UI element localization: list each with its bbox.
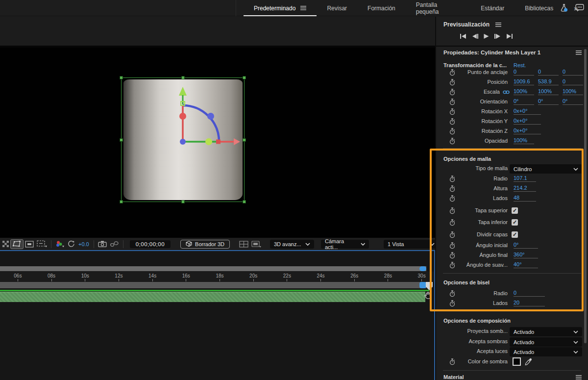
mesh-section-header[interactable]: Opciones de malla — [443, 156, 491, 162]
snapshot-camera-icon[interactable] — [97, 239, 108, 249]
crop-region-icon[interactable] — [35, 239, 49, 249]
view-count-dropdown[interactable]: 1 Vista — [384, 240, 439, 249]
value-field[interactable]: 0° — [514, 242, 538, 249]
view-layout-icon[interactable] — [238, 239, 250, 249]
workspace-tab-bibliotecas[interactable]: Bibliotecas — [514, 0, 564, 16]
casts-shadows-dropdown[interactable]: Activado — [510, 327, 582, 336]
exposure-icon[interactable] — [66, 239, 76, 249]
value-field[interactable]: 20 — [514, 300, 545, 306]
workspace-tab-predeterminado[interactable]: Predeterminado — [244, 0, 317, 16]
value-field[interactable]: 0 — [514, 290, 545, 297]
transform-section-header[interactable]: Transformación de la c... — [443, 62, 507, 68]
value-field[interactable]: 100% — [563, 88, 583, 95]
value-field[interactable]: 0 — [563, 78, 583, 85]
bottom-cap-checkbox[interactable] — [512, 219, 518, 226]
property-row-top-cap: Tapa superior — [436, 206, 588, 215]
value-field[interactable]: 0 — [563, 69, 583, 76]
material-menu-icon[interactable] — [576, 375, 582, 380]
property-row-start-angle: Ángulo inicial 0° — [436, 241, 588, 250]
properties-scrollbar[interactable] — [584, 49, 587, 343]
workspace-tab-revisar[interactable]: Revisar — [317, 0, 357, 16]
timeline-panel[interactable]: 06s 08s 10s 12s 14s 16s 18s 20s 22s 24s … — [0, 250, 435, 380]
y-axis-arrow[interactable] — [179, 87, 187, 96]
reset-transform-link[interactable]: Rest. — [514, 62, 526, 68]
rotation-arc[interactable] — [183, 105, 219, 142]
region-of-interest-icon[interactable] — [24, 239, 35, 249]
composition-options-header[interactable]: Opciones de composición — [443, 318, 511, 324]
workspace-tab-estandar[interactable]: Estándar — [470, 0, 514, 16]
draft-3d-button[interactable]: Borrador 3D — [180, 240, 230, 249]
bevel-section-header[interactable]: Opciones de bisel — [443, 279, 490, 285]
viewer-toolbar: +0.0 0;00;00;00 Borrador 3D 3D avanz... … — [0, 238, 435, 250]
red-axis-dot[interactable] — [179, 113, 186, 120]
link-dimensions-icon[interactable] — [503, 90, 510, 94]
3d-transform-gizmo[interactable] — [0, 48, 435, 238]
mesh-type-dropdown[interactable]: Cilindro — [510, 164, 582, 174]
shadow-color-swatch[interactable] — [513, 357, 521, 366]
value-field[interactable]: 107.1 — [514, 175, 536, 182]
value-field[interactable]: 100% — [514, 137, 534, 144]
properties-panel-menu-icon[interactable] — [576, 51, 582, 55]
property-row-accepts-lights: Acepta luces Activado — [436, 347, 588, 356]
work-area-bar[interactable] — [0, 282, 426, 288]
first-frame-button[interactable] — [460, 33, 467, 39]
green-axis-dot[interactable] — [205, 138, 212, 145]
previous-frame-button[interactable] — [471, 33, 479, 39]
work-area-end-handle[interactable] — [419, 282, 426, 288]
composition-viewport[interactable] — [0, 48, 435, 238]
property-row-rotation-y: Rotación Y 0x+0° — [436, 117, 588, 126]
transparency-grid-icon[interactable] — [1, 239, 10, 249]
eyedropper-icon[interactable] — [525, 358, 532, 365]
section-separator — [443, 311, 581, 311]
value-field[interactable]: 100% — [538, 88, 559, 95]
value-field[interactable]: 0x+0° — [514, 108, 541, 115]
workspace-tab-formacion[interactable]: Formación — [357, 0, 406, 16]
timeline-scrollbar-handle[interactable] — [419, 266, 426, 271]
workspace-menu-icon[interactable] — [300, 6, 306, 10]
beta-flask-icon[interactable] — [560, 3, 568, 12]
value-field[interactable]: 0x+0° — [514, 118, 541, 125]
value-field[interactable]: 1009.6 — [514, 78, 534, 85]
value-field[interactable]: 40° — [514, 261, 538, 268]
timecode-display[interactable]: 0;00;00;00 — [130, 240, 171, 248]
preview-panel-menu-icon[interactable] — [495, 23, 501, 27]
camera-dropdown[interactable]: Cámara acti... — [321, 240, 369, 249]
value-field[interactable]: 538.9 — [538, 78, 559, 85]
accepts-lights-dropdown[interactable]: Activado — [510, 347, 582, 356]
value-field[interactable]: 0° — [538, 98, 559, 105]
feedback-chat-icon[interactable] — [575, 4, 584, 12]
value-field[interactable]: 0° — [514, 98, 534, 105]
renderer-dropdown[interactable]: 3D avanz... — [270, 240, 314, 249]
rotation-arc-dot[interactable] — [207, 113, 214, 120]
gizmo-origin-dot[interactable] — [180, 139, 186, 145]
value-field[interactable]: 0 — [514, 69, 534, 76]
value-field[interactable]: 100% — [514, 88, 534, 95]
play-button[interactable] — [483, 33, 490, 39]
x-axis-arrow[interactable] — [234, 138, 240, 145]
next-frame-button[interactable] — [494, 33, 501, 39]
workspace-tab-pantalla-pequena[interactable]: Pantalla pequeña — [406, 0, 470, 16]
channel-rgb-icon[interactable] — [54, 239, 66, 249]
material-section-header[interactable]: Material — [443, 374, 464, 380]
value-field[interactable]: 0° — [563, 98, 583, 105]
value-field[interactable]: 0 — [538, 69, 559, 76]
value-field[interactable]: 214.2 — [514, 185, 536, 192]
x-scale-handle[interactable] — [216, 140, 220, 144]
last-frame-button[interactable] — [506, 33, 513, 39]
timeline-zoom-scrollbar[interactable] — [0, 266, 426, 271]
accepts-shadows-dropdown[interactable]: Activado — [510, 337, 582, 347]
top-cap-checkbox[interactable] — [512, 207, 518, 214]
value-field[interactable]: 360° — [514, 252, 538, 258]
pixel-aspect-icon[interactable] — [250, 239, 263, 249]
show-snapshot-icon[interactable] — [108, 239, 121, 249]
property-row-position: Posición 1009.6 538.9 0 — [436, 78, 588, 87]
mask-visibility-icon[interactable] — [10, 239, 24, 249]
value-field[interactable]: 48 — [514, 195, 536, 202]
work-area-marker[interactable] — [426, 282, 433, 290]
property-row-opacity: Opacidad 100% — [436, 137, 588, 146]
value-field[interactable]: 0x+0° — [514, 127, 541, 134]
split-layers-checkbox[interactable] — [512, 231, 518, 238]
exposure-value[interactable]: +0.0 — [78, 241, 89, 247]
time-ruler[interactable]: 06s 08s 10s 12s 14s 16s 18s 20s 22s 24s … — [0, 272, 434, 281]
layer-duration-bar[interactable] — [0, 292, 425, 302]
